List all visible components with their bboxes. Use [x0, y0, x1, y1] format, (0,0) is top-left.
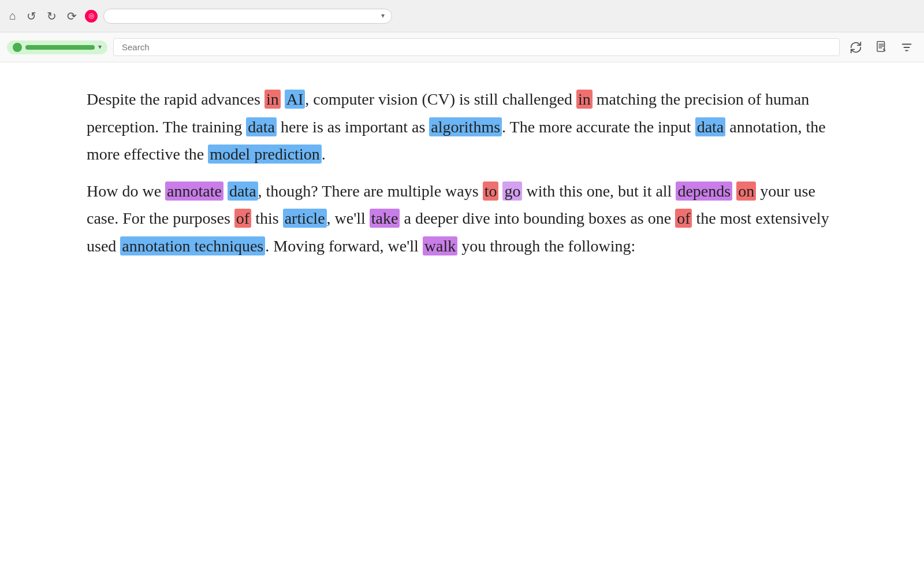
address-dropdown-icon[interactable]: ▾ [381, 12, 385, 20]
highlight-data-2: data [695, 117, 726, 136]
toolbar: ▾ [0, 32, 924, 62]
address-bar-container[interactable]: ▾ [103, 9, 392, 24]
highlight-article: article [283, 209, 327, 228]
refresh2-icon[interactable]: ↻ [44, 7, 59, 25]
sync-button[interactable] [845, 37, 866, 58]
refresh1-icon[interactable]: ↺ [24, 7, 39, 25]
highlight-to: to [483, 181, 499, 201]
highlight-data-1: data [246, 117, 277, 136]
highlight-in-2: in [576, 90, 593, 109]
highlight-go: go [502, 181, 522, 201]
toolbar-actions [845, 37, 917, 58]
browser-bar: ⌂ ↺ ↻ ⟳ ◎ ▾ [0, 0, 924, 32]
home-icon[interactable]: ⌂ [7, 7, 18, 25]
paragraph-2: How do we annotate data, though? There a… [87, 177, 837, 260]
loading-dot: ◎ [88, 12, 94, 20]
site-dropdown-icon[interactable]: ▾ [98, 43, 102, 51]
highlight-model-prediction: model prediction [208, 144, 322, 164]
highlight-ai: AI [285, 90, 305, 109]
highlight-data-3: data [228, 181, 258, 201]
highlight-in-1: in [264, 90, 281, 109]
main-content: Despite the rapid advances in AI, comput… [0, 62, 924, 292]
address-input[interactable] [111, 12, 377, 21]
highlight-algorithms: algorithms [429, 117, 502, 136]
site-bar [25, 45, 95, 50]
history-icon[interactable]: ⟳ [65, 7, 79, 25]
document-button[interactable] [871, 37, 892, 58]
loading-indicator: ◎ [85, 10, 98, 23]
search-input[interactable] [122, 42, 831, 52]
search-bar-container[interactable] [113, 38, 840, 56]
highlight-walk: walk [423, 236, 457, 255]
highlight-depends: depends [676, 181, 732, 201]
highlight-of-1: of [234, 209, 251, 228]
svg-rect-0 [877, 41, 885, 51]
highlight-take: take [370, 209, 400, 228]
site-selector[interactable]: ▾ [7, 40, 107, 54]
paragraph-1: Despite the rapid advances in AI, comput… [87, 86, 837, 168]
highlight-of-2: of [675, 209, 692, 228]
highlight-annotate: annotate [165, 181, 223, 201]
filter-button[interactable] [896, 37, 917, 58]
site-indicator-dot [13, 43, 22, 52]
highlight-annotation-techniques: annotation techniques [120, 236, 265, 255]
highlight-on: on [736, 181, 756, 201]
text-block: Despite the rapid advances in AI, comput… [87, 86, 837, 260]
